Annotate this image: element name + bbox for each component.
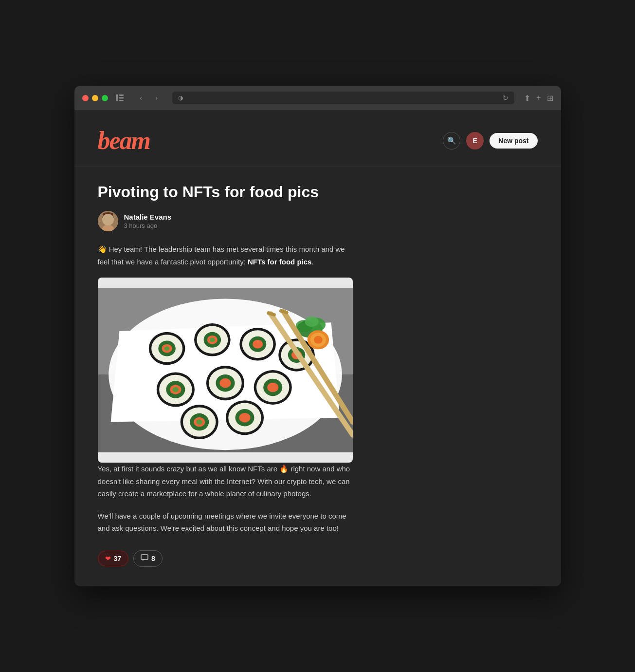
minimize-button[interactable]: [92, 95, 98, 101]
svg-point-53: [239, 413, 250, 423]
svg-point-27: [252, 340, 262, 349]
svg-point-18: [164, 347, 169, 351]
browser-nav-controls: ‹ ›: [135, 92, 163, 104]
refresh-button[interactable]: ↻: [503, 94, 508, 102]
svg-line-63: [268, 313, 274, 315]
svg-point-7: [105, 218, 107, 220]
post-image: [98, 278, 353, 463]
svg-rect-0: [116, 94, 118, 101]
svg-rect-3: [119, 100, 124, 101]
comment-button[interactable]: 8: [133, 550, 163, 567]
comment-count: 8: [151, 555, 155, 562]
author-avatar-image: [98, 211, 118, 231]
post-container: Pivoting to NFTs for food pics: [74, 167, 376, 586]
svg-point-60: [314, 336, 323, 344]
comment-icon: [141, 554, 148, 563]
privacy-icon: ◑: [178, 94, 183, 101]
like-button[interactable]: ❤ 37: [98, 551, 129, 566]
post-body-paragraph3: We'll have a couple of upcoming meetings…: [98, 510, 353, 535]
share-button[interactable]: ⬆: [524, 93, 530, 103]
post-reactions: ❤ 37 8: [98, 550, 353, 567]
address-bar[interactable]: [187, 94, 499, 102]
browser-toolbar-actions: ⬆ + ⊞: [524, 93, 553, 103]
browser-content: beam 🔍 E New post Pivoting to NFTs for f…: [74, 111, 561, 586]
heart-icon: ❤: [105, 555, 111, 562]
post-body-paragraph2: Yes, at first it sounds crazy but as we …: [98, 463, 353, 500]
svg-point-57: [305, 317, 318, 327]
svg-rect-2: [119, 97, 124, 99]
sidebar-toggle-icon[interactable]: [114, 92, 126, 104]
user-avatar[interactable]: E: [466, 132, 484, 149]
traffic-lights: [82, 95, 108, 101]
search-button[interactable]: 🔍: [443, 132, 460, 149]
svg-rect-1: [119, 94, 124, 96]
new-post-button[interactable]: New post: [490, 133, 537, 149]
svg-point-5: [104, 215, 112, 224]
svg-point-8: [109, 218, 110, 220]
svg-point-36: [172, 387, 178, 392]
post-author: Natalie Evans 3 hours ago: [98, 211, 353, 231]
app-header: beam 🔍 E New post: [74, 111, 561, 167]
svg-point-40: [219, 378, 231, 388]
back-button[interactable]: ‹: [135, 92, 147, 104]
author-avatar: [98, 211, 118, 231]
post-title: Pivoting to NFTs for food pics: [98, 183, 353, 201]
svg-line-64: [281, 311, 287, 313]
close-button[interactable]: [82, 95, 89, 101]
like-count: 37: [114, 555, 122, 562]
svg-rect-65: [141, 555, 148, 560]
tab-grid-button[interactable]: ⊞: [547, 93, 553, 103]
browser-window: ‹ › ◑ ↻ ⬆ + ⊞ beam 🔍 E New post: [74, 86, 561, 586]
app-logo: beam: [98, 126, 150, 155]
svg-point-44: [267, 383, 278, 392]
forward-button[interactable]: ›: [151, 92, 163, 104]
header-actions: 🔍 E New post: [443, 132, 537, 149]
svg-point-9: [103, 212, 113, 216]
post-time: 3 hours ago: [124, 222, 172, 229]
author-info: Natalie Evans 3 hours ago: [124, 213, 172, 229]
search-icon: 🔍: [447, 136, 456, 145]
browser-titlebar: ‹ › ◑ ↻ ⬆ + ⊞: [74, 86, 561, 111]
maximize-button[interactable]: [102, 95, 108, 101]
post-body-intro: 👋 Hey team! The leadership team has met …: [98, 243, 353, 268]
svg-point-23: [210, 338, 215, 342]
author-name: Natalie Evans: [124, 213, 172, 221]
svg-point-49: [196, 420, 202, 425]
new-tab-button[interactable]: +: [536, 93, 541, 102]
address-bar-container: ◑ ↻: [172, 92, 515, 104]
